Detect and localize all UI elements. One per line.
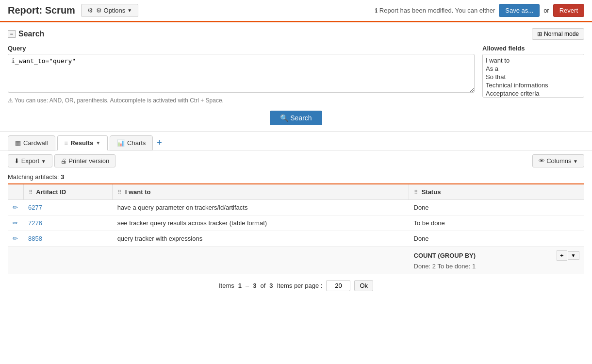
- col-status: ⠿ Status: [409, 184, 584, 200]
- allowed-field-item: I want to: [485, 56, 582, 65]
- status-cell: Done: [409, 231, 584, 247]
- table-row: ✏ 7276 see tracker query results across …: [8, 215, 584, 231]
- export-group: ⬇ Export ▼ 🖨 Printer version: [8, 154, 115, 167]
- artifact-id-link[interactable]: 7276: [28, 219, 42, 227]
- artifact-id-link[interactable]: 6277: [28, 204, 42, 211]
- count-dropdown-button[interactable]: ▼: [568, 251, 579, 260]
- i-want-to-cell: have a query parameter on trackers/id/ar…: [113, 200, 409, 215]
- tab-charts[interactable]: 📊 Charts: [110, 135, 153, 150]
- count-status-cell: COUNT (GROUP BY) + ▼ Done: 2 To be done:…: [409, 247, 584, 274]
- ok-button[interactable]: Ok: [354, 280, 373, 291]
- allowed-field-item: Technical informations: [485, 81, 582, 89]
- edit-icon[interactable]: ✏: [13, 204, 18, 211]
- query-input[interactable]: <span class="code-normal">i_want_to=</sp…: [8, 54, 475, 93]
- count-i-want-to-cell: [113, 247, 409, 274]
- edit-cell: ✏: [8, 200, 23, 215]
- count-id-cell: [23, 247, 113, 274]
- search-header: − Search ⊞ Normal mode: [8, 28, 584, 40]
- query-left: Query <span class="code-normal">i_want_t…: [8, 45, 475, 104]
- range-start: 1: [238, 282, 242, 289]
- count-plus-dropdown: + ▼: [557, 250, 579, 261]
- results-dropdown-arrow[interactable]: ▼: [96, 140, 100, 146]
- printer-icon: 🖨: [61, 157, 67, 165]
- drag-handle[interactable]: ⠿: [29, 189, 33, 195]
- export-button[interactable]: ⬇ Export ▼: [8, 154, 52, 167]
- header-actions: ℹ Report has been modified. You can eith…: [375, 4, 584, 17]
- count-group-by-header: COUNT (GROUP BY) + ▼: [414, 250, 579, 261]
- status-cell: To be done: [409, 215, 584, 231]
- allowed-field-item: As a: [485, 65, 582, 73]
- results-table-container: ⠿ Artifact ID ⠿ I want to ⠿ Status ✏: [0, 183, 592, 274]
- per-page-input[interactable]: [326, 280, 350, 291]
- search-icon: 🔍: [280, 114, 288, 122]
- col-i-want-to: ⠿ I want to: [113, 184, 409, 200]
- charts-icon: 📊: [117, 139, 125, 147]
- search-button[interactable]: 🔍 Search: [270, 111, 322, 125]
- count-plus-button[interactable]: +: [557, 250, 567, 261]
- columns-button[interactable]: 👁 Columns ▼: [532, 154, 584, 167]
- tabs-bar: ▦ Cardwall ≡ Results ▼ 📊 Charts +: [0, 132, 592, 150]
- page-title: Report: Scrum: [8, 5, 75, 16]
- columns-icon: 👁: [539, 157, 545, 165]
- total-count: 3: [269, 282, 273, 289]
- edit-cell: ✏: [8, 215, 23, 231]
- cardwall-icon: ▦: [15, 139, 21, 147]
- col-artifact-id: ⠿ Artifact ID: [23, 184, 113, 200]
- i-want-to-cell: query tracker with expressions: [113, 231, 409, 247]
- page-header: Report: Scrum ⚙ ⚙ Options ▼ ℹ Report has…: [0, 0, 592, 22]
- items-label: Items: [219, 282, 234, 289]
- matching-artifacts: Matching artifacts: 3: [0, 171, 592, 183]
- search-section: − Search ⊞ Normal mode Query <span class…: [0, 22, 592, 132]
- count-values: Done: 2 To be done: 1: [414, 261, 579, 270]
- chevron-down-icon: ▼: [127, 8, 132, 13]
- results-toolbar: ⬇ Export ▼ 🖨 Printer version 👁 Columns ▼: [0, 150, 592, 171]
- pagination-bar: Items 1 – 3 of 3 Items per page : Ok: [0, 274, 592, 297]
- gear-icon: ⚙: [87, 7, 93, 14]
- artifact-id-link[interactable]: 8858: [28, 235, 42, 242]
- export-dropdown-arrow: ▼: [41, 159, 46, 164]
- normal-mode-button[interactable]: ⊞ Normal mode: [532, 28, 584, 40]
- add-tab-button[interactable]: +: [155, 138, 164, 148]
- search-title: − Search: [8, 30, 44, 38]
- status-cell: Done: [409, 200, 584, 215]
- table-row: ✏ 6277 have a query parameter on tracker…: [8, 200, 584, 215]
- options-button[interactable]: ⚙ ⚙ Options ▼: [81, 4, 138, 17]
- matching-count: 3: [61, 173, 64, 181]
- tab-cardwall[interactable]: ▦ Cardwall: [8, 135, 55, 150]
- tab-results[interactable]: ≡ Results ▼: [57, 135, 108, 150]
- allowed-field-item: Acceptance criteria: [485, 89, 582, 98]
- count-group-row: COUNT (GROUP BY) + ▼ Done: 2 To be done:…: [8, 247, 584, 274]
- col-edit: [8, 184, 23, 200]
- drag-handle[interactable]: ⠿: [414, 189, 418, 195]
- search-button-row: 🔍 Search: [8, 111, 584, 125]
- collapse-icon[interactable]: −: [8, 30, 16, 38]
- query-hint: ⚠ You can use: AND, OR, parenthesis. Aut…: [8, 97, 475, 104]
- download-icon: ⬇: [14, 157, 19, 165]
- edit-icon[interactable]: ✏: [13, 219, 18, 227]
- columns-group: 👁 Columns ▼: [532, 154, 584, 167]
- or-text: or: [543, 7, 549, 14]
- edit-icon[interactable]: ✏: [13, 235, 18, 242]
- artifact-id-cell: 8858: [23, 231, 113, 247]
- printer-button[interactable]: 🖨 Printer version: [54, 154, 115, 167]
- query-label: Query: [8, 45, 475, 52]
- drag-handle[interactable]: ⠿: [117, 189, 121, 195]
- mode-icon: ⊞: [537, 31, 542, 37]
- results-icon: ≡: [65, 139, 68, 147]
- range-end: 3: [253, 282, 256, 289]
- per-page-label: Items per page :: [277, 282, 323, 289]
- count-edit-cell: [8, 247, 23, 274]
- table-row: ✏ 8858 query tracker with expressions Do…: [8, 231, 584, 247]
- allowed-fields-panel: Allowed fields I want to As a So that Te…: [482, 45, 584, 104]
- query-area: Query <span class="code-normal">i_want_t…: [8, 45, 584, 104]
- table-header-row: ⠿ Artifact ID ⠿ I want to ⠿ Status: [8, 184, 584, 200]
- of-text: of: [260, 282, 265, 289]
- dash: –: [246, 282, 249, 289]
- save-as-button[interactable]: Save as...: [499, 4, 540, 17]
- i-want-to-cell: see tracker query results across tracker…: [113, 215, 409, 231]
- allowed-field-item: So that: [485, 73, 582, 81]
- revert-button[interactable]: Revert: [553, 4, 584, 17]
- artifact-id-cell: 6277: [23, 200, 113, 215]
- modified-text: ℹ Report has been modified. You can eith…: [375, 7, 495, 14]
- allowed-fields-label: Allowed fields: [482, 45, 584, 52]
